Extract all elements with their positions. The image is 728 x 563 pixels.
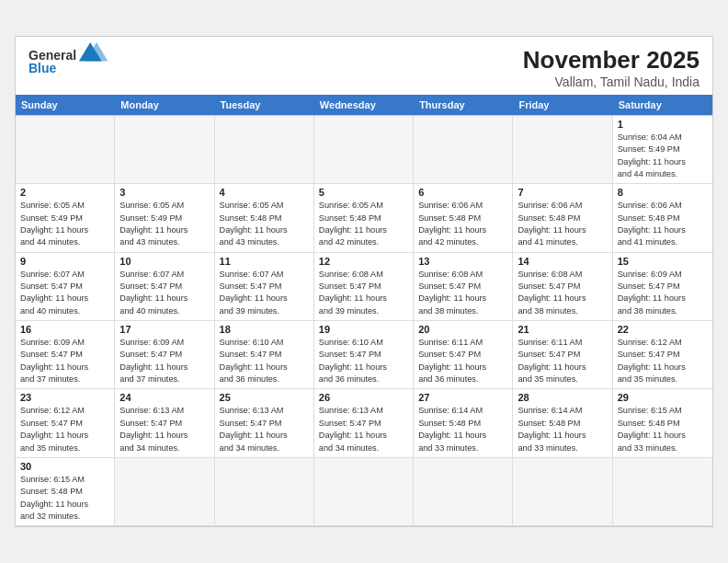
table-row: 19Sunrise: 6:10 AM Sunset: 5:47 PM Dayli… [314,321,414,389]
cell-info: Sunrise: 6:09 AM Sunset: 5:47 PM Dayligh… [20,337,109,385]
logo: General Blue [28,46,111,75]
table-row: 25Sunrise: 6:13 AM Sunset: 5:47 PM Dayli… [215,389,314,457]
logo-icon [78,42,111,64]
table-row: 30Sunrise: 6:15 AM Sunset: 5:48 PM Dayli… [16,458,115,526]
cell-info: Sunrise: 6:15 AM Sunset: 5:48 PM Dayligh… [618,405,708,454]
table-row: 1Sunrise: 6:04 AM Sunset: 5:49 PM Daylig… [613,116,712,184]
cell-info: Sunrise: 6:06 AM Sunset: 5:48 PM Dayligh… [618,200,708,248]
table-row [115,458,214,526]
cell-info: Sunrise: 6:10 AM Sunset: 5:47 PM Dayligh… [220,337,309,385]
cell-info: Sunrise: 6:14 AM Sunset: 5:48 PM Dayligh… [518,405,607,454]
day-number: 28 [518,392,607,403]
day-number: 19 [319,324,408,335]
cell-info: Sunrise: 6:07 AM Sunset: 5:47 PM Dayligh… [20,269,109,317]
table-row [215,458,314,526]
day-header-monday: Monday [115,95,214,115]
day-number: 3 [119,187,209,198]
cell-info: Sunrise: 6:12 AM Sunset: 5:47 PM Dayligh… [618,337,708,385]
table-row: 4Sunrise: 6:05 AM Sunset: 5:48 PM Daylig… [215,184,314,252]
table-row [215,116,314,184]
table-row: 20Sunrise: 6:11 AM Sunset: 5:47 PM Dayli… [414,321,513,389]
table-row: 13Sunrise: 6:08 AM Sunset: 5:47 PM Dayli… [414,253,513,321]
day-number: 4 [220,187,309,198]
day-number: 16 [20,324,109,335]
calendar-container: General Blue November 2025 Vallam, Tamil… [15,36,713,527]
cell-info: Sunrise: 6:11 AM Sunset: 5:47 PM Dayligh… [418,337,507,385]
cell-info: Sunrise: 6:15 AM Sunset: 5:48 PM Dayligh… [20,474,109,523]
table-row: 8Sunrise: 6:06 AM Sunset: 5:48 PM Daylig… [613,184,712,252]
day-number: 9 [20,256,109,267]
cell-info: Sunrise: 6:12 AM Sunset: 5:47 PM Dayligh… [20,405,109,454]
table-row: 27Sunrise: 6:14 AM Sunset: 5:48 PM Dayli… [414,389,513,457]
table-row: 9Sunrise: 6:07 AM Sunset: 5:47 PM Daylig… [16,253,115,321]
table-row [115,116,214,184]
table-row [414,116,513,184]
day-header-wednesday: Wednesday [314,95,414,115]
cell-info: Sunrise: 6:07 AM Sunset: 5:47 PM Dayligh… [220,269,309,317]
day-header-friday: Friday [513,95,612,115]
table-row [16,116,115,184]
title-block: November 2025 Vallam, Tamil Nadu, India [523,46,700,89]
day-number: 13 [418,256,507,267]
table-row: 23Sunrise: 6:12 AM Sunset: 5:47 PM Dayli… [16,389,115,457]
table-row: 5Sunrise: 6:05 AM Sunset: 5:48 PM Daylig… [314,184,414,252]
day-number: 11 [220,256,309,267]
cell-info: Sunrise: 6:13 AM Sunset: 5:47 PM Dayligh… [220,405,309,454]
day-number: 8 [618,187,708,198]
table-row [414,458,513,526]
cell-info: Sunrise: 6:09 AM Sunset: 5:47 PM Dayligh… [119,337,209,385]
table-row: 14Sunrise: 6:08 AM Sunset: 5:47 PM Dayli… [513,253,612,321]
day-number: 17 [119,324,209,335]
cell-info: Sunrise: 6:11 AM Sunset: 5:47 PM Dayligh… [518,337,607,385]
cell-info: Sunrise: 6:07 AM Sunset: 5:47 PM Dayligh… [119,269,209,317]
day-number: 29 [618,392,708,403]
table-row [314,116,414,184]
day-number: 30 [20,461,109,472]
table-row: 26Sunrise: 6:13 AM Sunset: 5:47 PM Dayli… [314,389,414,457]
table-row [513,116,612,184]
table-row: 10Sunrise: 6:07 AM Sunset: 5:47 PM Dayli… [115,253,214,321]
day-number: 12 [319,256,408,267]
table-row [613,458,712,526]
cell-info: Sunrise: 6:08 AM Sunset: 5:47 PM Dayligh… [319,269,408,317]
table-row: 2Sunrise: 6:05 AM Sunset: 5:49 PM Daylig… [16,184,115,252]
day-header-saturday: Saturday [613,95,712,115]
calendar-title: November 2025 [523,46,700,75]
cell-info: Sunrise: 6:05 AM Sunset: 5:48 PM Dayligh… [220,200,309,248]
cell-info: Sunrise: 6:05 AM Sunset: 5:49 PM Dayligh… [20,200,109,248]
day-number: 22 [618,324,708,335]
logo-blue-text: Blue [28,61,56,75]
day-headers: Sunday Monday Tuesday Wednesday Thursday… [16,95,712,115]
cell-info: Sunrise: 6:04 AM Sunset: 5:49 PM Dayligh… [618,132,708,180]
table-row: 24Sunrise: 6:13 AM Sunset: 5:47 PM Dayli… [115,389,214,457]
calendar-grid: 1Sunrise: 6:04 AM Sunset: 5:49 PM Daylig… [16,115,712,526]
cell-info: Sunrise: 6:06 AM Sunset: 5:48 PM Dayligh… [418,200,507,248]
cell-info: Sunrise: 6:14 AM Sunset: 5:48 PM Dayligh… [418,405,507,454]
day-header-tuesday: Tuesday [215,95,314,115]
table-row: 12Sunrise: 6:08 AM Sunset: 5:47 PM Dayli… [314,253,414,321]
table-row: 18Sunrise: 6:10 AM Sunset: 5:47 PM Dayli… [215,321,314,389]
cell-info: Sunrise: 6:08 AM Sunset: 5:47 PM Dayligh… [418,269,507,317]
table-row [513,458,612,526]
day-number: 24 [119,392,209,403]
day-header-sunday: Sunday [16,95,115,115]
table-row: 29Sunrise: 6:15 AM Sunset: 5:48 PM Dayli… [613,389,712,457]
table-row: 3Sunrise: 6:05 AM Sunset: 5:49 PM Daylig… [115,184,214,252]
header: General Blue November 2025 Vallam, Tamil… [16,37,712,95]
cell-info: Sunrise: 6:06 AM Sunset: 5:48 PM Dayligh… [518,200,607,248]
day-header-thursday: Thursday [414,95,513,115]
cell-info: Sunrise: 6:05 AM Sunset: 5:49 PM Dayligh… [119,200,209,248]
table-row: 17Sunrise: 6:09 AM Sunset: 5:47 PM Dayli… [115,321,214,389]
day-number: 21 [518,324,607,335]
cell-info: Sunrise: 6:05 AM Sunset: 5:48 PM Dayligh… [319,200,408,248]
day-number: 26 [319,392,408,403]
table-row: 28Sunrise: 6:14 AM Sunset: 5:48 PM Dayli… [513,389,612,457]
day-number: 15 [618,256,708,267]
cell-info: Sunrise: 6:13 AM Sunset: 5:47 PM Dayligh… [319,405,408,454]
day-number: 14 [518,256,607,267]
cell-info: Sunrise: 6:10 AM Sunset: 5:47 PM Dayligh… [319,337,408,385]
day-number: 1 [618,119,708,130]
table-row: 16Sunrise: 6:09 AM Sunset: 5:47 PM Dayli… [16,321,115,389]
day-number: 25 [220,392,309,403]
table-row: 21Sunrise: 6:11 AM Sunset: 5:47 PM Dayli… [513,321,612,389]
